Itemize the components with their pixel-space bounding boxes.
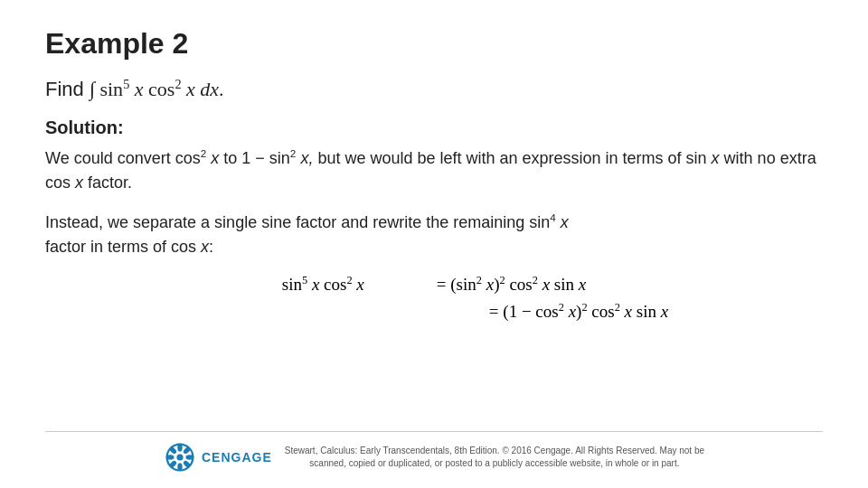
svg-point-7: [166, 455, 175, 459]
svg-point-1: [177, 444, 182, 452]
page: Example 2 Find ∫ sin5 x cos2 x dx. Solut…: [0, 0, 868, 488]
math-row-2: = (1 − cos2 x)2 cos2 x sin x: [200, 301, 668, 322]
math-block: sin5 x cos2 x = (sin2 x)2 cos2 x sin x =…: [45, 274, 823, 322]
math-lhs: sin5 x cos2 x: [282, 274, 364, 295]
math-rhs1: = (sin2 x)2 cos2 x sin x: [437, 274, 586, 295]
paragraph-2: Instead, we separate a single sine facto…: [45, 210, 823, 259]
svg-point-5: [177, 463, 182, 471]
integral-expression: ∫ sin5 x cos2 x dx.: [90, 78, 224, 100]
math-row-1: sin5 x cos2 x = (sin2 x)2 cos2 x sin x: [282, 274, 586, 295]
footer-text: Stewart, Calculus: Early Transcendentals…: [285, 445, 704, 470]
svg-point-10: [176, 454, 183, 460]
svg-point-3: [185, 455, 193, 459]
paragraph-1: We could convert cos2 x to 1 − sin2 x, b…: [45, 145, 823, 195]
math-rhs2: = (1 − cos2 x)2 cos2 x sin x: [489, 301, 668, 322]
footer: CENGAGE Stewart, Calculus: Early Transce…: [45, 431, 823, 474]
solution-label: Solution:: [45, 117, 823, 138]
find-label: Find: [45, 78, 90, 100]
logo-text: CENGAGE: [202, 450, 272, 465]
cengage-logo-icon: [164, 441, 196, 474]
page-title: Example 2: [45, 27, 823, 61]
footer-logo: CENGAGE: [164, 441, 272, 474]
find-line: Find ∫ sin5 x cos2 x dx.: [45, 77, 823, 101]
